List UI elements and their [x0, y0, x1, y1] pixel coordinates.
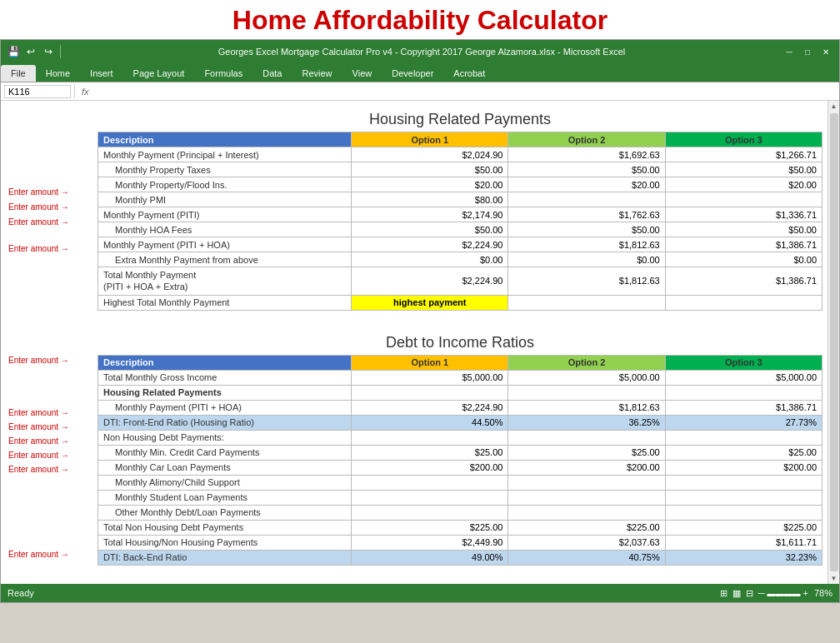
table-row: Housing Related Payments	[98, 385, 822, 400]
row-label: Highest Total Monthly Payment	[98, 295, 352, 310]
row-label: Total Monthly Gross Income	[98, 370, 352, 385]
save-icon[interactable]: 💾	[6, 44, 21, 59]
row-label: Monthly Min. Credit Card Payments	[98, 445, 352, 460]
tab-data[interactable]: Data	[252, 65, 292, 82]
data-cell-highlight: highest payment	[352, 295, 508, 310]
row-label: Other Monthly Debt/Loan Payments	[98, 505, 352, 520]
excel-window: 💾 ↩ ↪ Georges Excel Mortgage Calculator …	[0, 39, 840, 603]
data-cell	[665, 490, 822, 505]
data-cell: $200.00	[665, 460, 822, 475]
data-cell	[665, 475, 822, 490]
data-cell	[665, 430, 822, 445]
table-row: Monthly Payment (PITI) $2,174.90 $1,762.…	[98, 207, 822, 222]
data-cell	[352, 430, 508, 445]
row-label: Monthly Property Taxes	[98, 162, 352, 177]
tab-file[interactable]: File	[1, 65, 36, 82]
main-content: Housing Related Payments Description	[1, 101, 828, 584]
data-cell: 44.50%	[352, 415, 508, 430]
data-cell	[508, 385, 665, 400]
title-bar: 💾 ↩ ↪ Georges Excel Mortgage Calculator …	[1, 40, 839, 63]
name-box[interactable]	[4, 85, 71, 98]
dti-table: Description Option 1 Option 2 Option 3 T…	[98, 355, 822, 566]
data-cell: $5,000.00	[352, 370, 508, 385]
undo-icon[interactable]: ↩	[23, 44, 38, 59]
close-button[interactable]: ✕	[818, 44, 834, 59]
zoom-out-icon[interactable]: ─	[758, 588, 765, 598]
ltv-table-wrapper: Calculate Loan to Value (LTV) Descripti	[98, 582, 822, 584]
table-row: DTI: Back-End Ratio 49.00% 40.75% 32.23%	[98, 550, 822, 565]
data-cell: $5,000.00	[665, 370, 822, 385]
minimize-button[interactable]: ─	[781, 44, 798, 59]
data-cell	[665, 295, 822, 310]
formula-input[interactable]	[96, 87, 836, 97]
table-row: Monthly Property Taxes $50.00 $50.00 $50…	[98, 162, 822, 177]
row-label: Total Non Housing Debt Payments	[98, 520, 352, 535]
spreadsheet-area: Housing Related Payments Description	[1, 101, 839, 584]
row-label: Non Housing Debt Payments:	[98, 430, 352, 445]
data-cell: $20.00	[352, 177, 508, 192]
data-cell: $200.00	[508, 460, 665, 475]
tab-developer[interactable]: Developer	[382, 65, 443, 82]
tab-insert[interactable]: Insert	[80, 65, 123, 82]
data-cell: $25.00	[665, 445, 822, 460]
data-cell: 40.75%	[508, 550, 665, 565]
data-cell: $1,692.63	[508, 147, 665, 162]
tab-page-layout[interactable]: Page Layout	[123, 65, 195, 82]
vertical-scrollbar[interactable]: ▲ ▼	[828, 101, 839, 584]
data-cell: $1,336.71	[665, 207, 822, 222]
data-cell: $50.00	[352, 162, 508, 177]
ribbon-tabs: File Home Insert Page Layout Formulas Da…	[1, 63, 839, 82]
data-cell: $0.00	[352, 252, 508, 267]
data-cell	[352, 505, 508, 520]
app-title-bar: Home Affordability Calculator	[0, 0, 840, 39]
ltv-title: Calculate Loan to Value (LTV)	[98, 582, 822, 584]
data-cell: $1,812.63	[508, 400, 665, 415]
table-row: Total Housing/Non Housing Payments $2,44…	[98, 535, 822, 550]
tab-home[interactable]: Home	[36, 65, 80, 82]
table-row: Monthly Payment (PITI + HOA) $2,224.90 $…	[98, 237, 822, 252]
dti-col-desc: Description	[98, 355, 352, 370]
zoom-slider[interactable]: ▬▬▬▬	[768, 589, 801, 598]
row-label: Monthly Alimony/Child Support	[98, 475, 352, 490]
dti-header-row: Description Option 1 Option 2 Option 3	[98, 355, 822, 370]
table-row: Total Monthly Gross Income $5,000.00 $5,…	[98, 370, 822, 385]
table-row: Monthly Min. Credit Card Payments $25.00…	[98, 445, 822, 460]
ltv-section: Calculate Loan to Value (LTV) Descripti	[6, 582, 822, 584]
table-row: Monthly Car Loan Payments $200.00 $200.0…	[98, 460, 822, 475]
data-cell: $0.00	[665, 252, 822, 267]
view-normal-icon[interactable]: ⊞	[720, 588, 728, 599]
content-area: Housing Related Payments Description	[1, 101, 828, 584]
table-row: Monthly HOA Fees $50.00 $50.00 $50.00	[98, 222, 822, 237]
window-title: Georges Excel Mortgage Calculator Pro v4…	[65, 47, 778, 57]
table-row: Monthly Payment (PITI + HOA) $2,224.90 $…	[98, 400, 822, 415]
status-bar: Ready ⊞ ▦ ⊟ ─ ▬▬▬▬ + 78%	[1, 584, 839, 602]
table-row: DTI: Front-End Ratio (Housing Ratio) 44.…	[98, 415, 822, 430]
housing-col-opt1: Option 1	[352, 132, 508, 147]
data-cell: $2,024.90	[352, 147, 508, 162]
data-cell	[508, 192, 665, 207]
table-row: Other Monthly Debt/Loan Payments	[98, 505, 822, 520]
table-row: Extra Monthly Payment from above $0.00 $…	[98, 252, 822, 267]
tab-formulas[interactable]: Formulas	[194, 65, 252, 82]
row-label: Total Housing/Non Housing Payments	[98, 535, 352, 550]
tab-review[interactable]: Review	[292, 65, 342, 82]
data-cell: $200.00	[352, 460, 508, 475]
dti-table-wrapper: Debt to Income Ratios Description	[98, 327, 822, 576]
data-cell: $50.00	[508, 222, 665, 237]
tab-acrobat[interactable]: Acrobat	[443, 65, 495, 82]
data-cell: $80.00	[352, 192, 508, 207]
data-cell	[508, 475, 665, 490]
data-cell: 36.25%	[508, 415, 665, 430]
zoom-in-icon[interactable]: +	[803, 588, 808, 598]
tab-view[interactable]: View	[342, 65, 382, 82]
data-cell: 49.00%	[352, 550, 508, 565]
data-cell	[352, 385, 508, 400]
view-layout-icon[interactable]: ▦	[732, 588, 741, 599]
data-cell: $25.00	[508, 445, 665, 460]
data-cell: $1,812.63	[508, 237, 665, 252]
maximize-button[interactable]: □	[799, 44, 816, 59]
view-page-break-icon[interactable]: ⊟	[746, 588, 753, 599]
dti-col-opt2: Option 2	[508, 355, 665, 370]
redo-icon[interactable]: ↪	[41, 44, 56, 59]
data-cell	[508, 295, 665, 310]
